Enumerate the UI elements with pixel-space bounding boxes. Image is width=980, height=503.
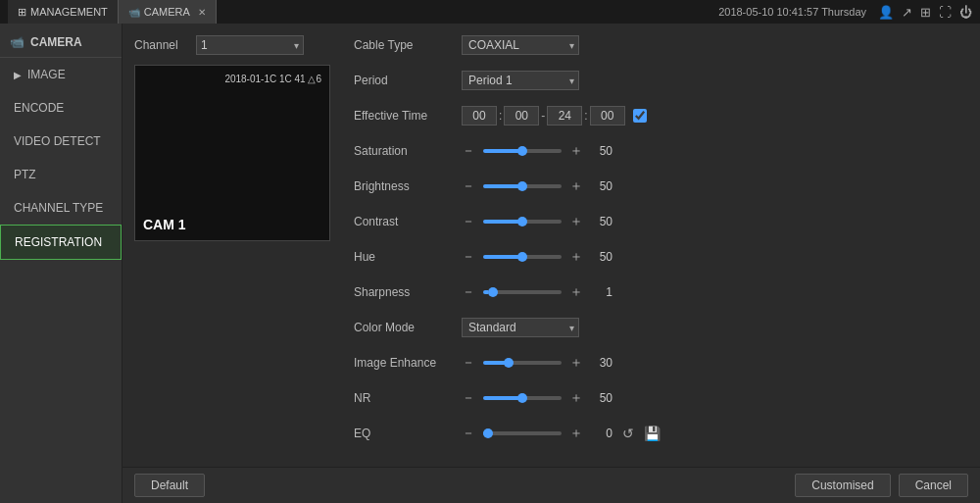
settings-panel: Cable Type COAXIAL UTP Period	[338, 24, 980, 467]
contrast-label: Contrast	[354, 215, 462, 228]
contrast-minus[interactable]: －	[462, 213, 475, 230]
brightness-slider[interactable]	[483, 184, 562, 188]
channel-select-wrapper: 1 2 3 4	[196, 35, 304, 55]
sharpness-label: Sharpness	[354, 285, 462, 299]
eq-plus[interactable]: ＋	[569, 425, 583, 442]
sidebar-label-encode: ENCODE	[14, 101, 64, 115]
period-select[interactable]: Period 1 Period 2	[462, 71, 579, 90]
nr-value: 50	[589, 391, 612, 405]
eq-row: EQ － ＋ 0 ↺ 💾	[354, 420, 964, 447]
sharpness-control: － ＋ 1	[462, 283, 612, 301]
saturation-plus[interactable]: ＋	[569, 142, 583, 160]
tab-camera-close[interactable]: ✕	[198, 7, 206, 18]
grid-icon[interactable]: ⊞	[920, 5, 931, 20]
hue-minus[interactable]: －	[462, 248, 475, 266]
effective-time-checkbox[interactable]	[633, 109, 647, 123]
hue-slider[interactable]	[483, 255, 562, 259]
sidebar-item-channel-type[interactable]: CHANNEL TYPE	[0, 191, 122, 225]
sidebar-item-registration[interactable]: REGISTRATION	[0, 225, 122, 260]
sharpness-minus[interactable]: －	[462, 283, 475, 301]
eq-minus[interactable]: －	[462, 425, 475, 442]
image-enhance-minus[interactable]: －	[462, 354, 475, 372]
sidebar-label-video-detect: VIDEO DETECT	[14, 134, 101, 148]
color-mode-label: Color Mode	[354, 321, 462, 334]
saturation-minus[interactable]: －	[462, 142, 475, 160]
period-row: Period Period 1 Period 2	[354, 67, 964, 94]
hue-value: 50	[589, 250, 612, 264]
customised-button[interactable]: Customised	[795, 474, 890, 497]
sidebar-item-image[interactable]: ▶ IMAGE	[0, 58, 122, 91]
brightness-minus[interactable]: －	[462, 177, 475, 195]
tab-management-label: MANAGEMENT	[30, 6, 108, 18]
eq-reset-icon[interactable]: ↺	[622, 426, 634, 441]
color-mode-select[interactable]: Standard Soft Vivid Custom	[462, 318, 579, 337]
period-dropdown-wrapper: Period 1 Period 2	[462, 71, 579, 90]
eq-label: EQ	[354, 427, 462, 440]
nr-plus[interactable]: ＋	[569, 389, 583, 407]
contrast-plus[interactable]: ＋	[569, 213, 583, 230]
image-enhance-value: 30	[589, 356, 612, 370]
contrast-slider[interactable]	[483, 220, 562, 224]
nr-slider[interactable]	[483, 396, 562, 400]
effective-time-m2[interactable]	[590, 106, 625, 126]
user-icon[interactable]: 👤	[878, 5, 894, 20]
channel-select[interactable]: 1 2 3 4	[196, 35, 304, 55]
color-mode-row: Color Mode Standard Soft Vivid Custom	[354, 314, 964, 341]
nr-minus[interactable]: －	[462, 389, 475, 407]
effective-time-m1[interactable]	[504, 106, 539, 126]
nr-label: NR	[354, 391, 462, 405]
sharpness-plus[interactable]: ＋	[569, 283, 583, 301]
color-mode-dropdown-wrapper: Standard Soft Vivid Custom	[462, 318, 579, 337]
nr-control: － ＋ 50	[462, 389, 612, 407]
cancel-button[interactable]: Cancel	[899, 474, 968, 497]
time-sep-2: -	[541, 109, 545, 123]
hue-control: － ＋ 50	[462, 248, 612, 266]
effective-time-h1[interactable]	[462, 106, 497, 126]
effective-time-control: : - :	[462, 106, 647, 126]
brightness-row: Brightness － ＋ 50	[354, 173, 964, 200]
cable-type-dropdown-wrapper: COAXIAL UTP	[462, 35, 579, 55]
effective-time-h2[interactable]	[547, 106, 582, 126]
period-control: Period 1 Period 2	[462, 71, 579, 90]
channel-label: Channel	[134, 38, 188, 52]
brightness-plus[interactable]: ＋	[569, 177, 583, 195]
monitor-icon[interactable]: ↗	[902, 5, 912, 20]
power-icon[interactable]: ⏻	[959, 5, 972, 20]
sharpness-row: Sharpness － ＋ 1	[354, 278, 964, 306]
period-label: Period	[354, 74, 462, 87]
image-enhance-row: Image Enhance － ＋ 30	[354, 349, 964, 377]
hue-label: Hue	[354, 250, 462, 264]
footer-right: Customised Cancel	[795, 474, 968, 497]
sidebar-item-encode[interactable]: ENCODE	[0, 91, 122, 125]
fullscreen-icon[interactable]: ⛶	[939, 5, 952, 20]
datetime-label: 2018-05-10 10:41:57 Thursday	[718, 6, 866, 18]
contrast-value: 50	[589, 215, 612, 228]
preview-timestamp: 2018-01-1C 1C 41 △6	[224, 74, 321, 84]
default-button[interactable]: Default	[134, 474, 205, 497]
sidebar-item-ptz[interactable]: PTZ	[0, 158, 122, 191]
tab-camera[interactable]: 📹 CAMERA ✕	[119, 0, 217, 24]
image-enhance-plus[interactable]: ＋	[569, 354, 583, 372]
nr-row: NR － ＋ 50	[354, 384, 964, 412]
cable-type-label: Cable Type	[354, 38, 462, 52]
sharpness-slider[interactable]	[483, 290, 562, 294]
image-enhance-slider[interactable]	[483, 361, 562, 365]
eq-slider[interactable]	[483, 431, 562, 435]
eq-save-icon[interactable]: 💾	[644, 426, 661, 441]
sidebar-title: CAMERA	[30, 35, 82, 49]
saturation-row: Saturation － ＋ 50	[354, 137, 964, 165]
sidebar-header: 📹 CAMERA	[0, 27, 122, 58]
brightness-control: － ＋ 50	[462, 177, 612, 195]
saturation-control: － ＋ 50	[462, 142, 612, 160]
content-area: Channel 1 2 3 4 2018-01-1C 1C 41 △6 CAM …	[122, 24, 980, 503]
cable-type-select[interactable]: COAXIAL UTP	[462, 35, 579, 55]
saturation-slider[interactable]	[483, 149, 562, 153]
camera-icon-sidebar: 📹	[10, 35, 24, 49]
topbar-left: ⊞ MANAGEMENT 📹 CAMERA ✕	[8, 0, 217, 24]
sidebar: 📹 CAMERA ▶ IMAGE ENCODE VIDEO DETECT PTZ…	[0, 24, 122, 503]
sidebar-label-image: IMAGE	[27, 68, 66, 81]
tab-management[interactable]: ⊞ MANAGEMENT	[8, 0, 119, 24]
saturation-value: 50	[589, 144, 612, 158]
hue-plus[interactable]: ＋	[569, 248, 583, 266]
sidebar-item-video-detect[interactable]: VIDEO DETECT	[0, 125, 122, 158]
